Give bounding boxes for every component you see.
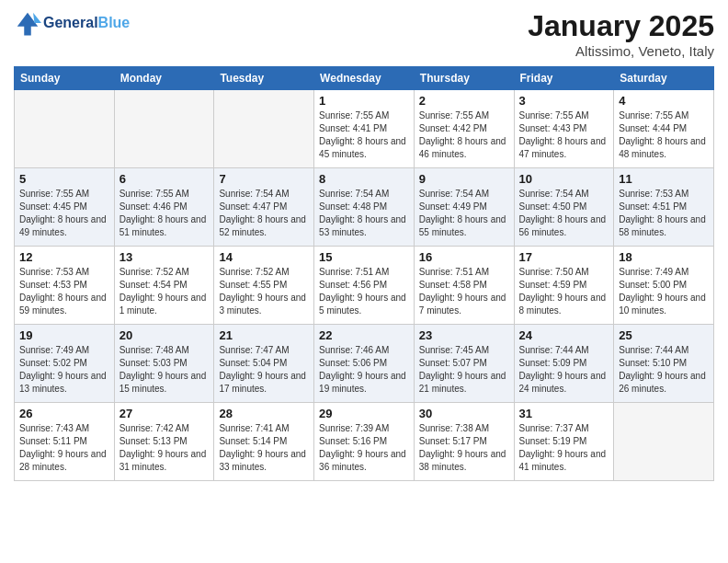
calendar-day-cell: 3Sunrise: 7:55 AM Sunset: 4:43 PM Daylig… bbox=[514, 90, 614, 168]
calendar-day-cell: 4Sunrise: 7:55 AM Sunset: 4:44 PM Daylig… bbox=[614, 90, 714, 168]
day-number: 18 bbox=[619, 250, 709, 264]
calendar-day-cell: 30Sunrise: 7:38 AM Sunset: 5:17 PM Dayli… bbox=[414, 403, 514, 481]
calendar-day-cell bbox=[614, 403, 714, 481]
calendar-day-cell: 16Sunrise: 7:51 AM Sunset: 4:58 PM Dayli… bbox=[414, 247, 514, 325]
calendar-day-cell: 29Sunrise: 7:39 AM Sunset: 5:16 PM Dayli… bbox=[314, 403, 415, 481]
page-container: GeneralBlue January 2025 Altissimo, Vene… bbox=[0, 0, 728, 563]
day-info: Sunrise: 7:37 AM Sunset: 5:19 PM Dayligh… bbox=[519, 422, 609, 474]
calendar-day-cell: 28Sunrise: 7:41 AM Sunset: 5:14 PM Dayli… bbox=[214, 403, 314, 481]
calendar-day-cell: 2Sunrise: 7:55 AM Sunset: 4:42 PM Daylig… bbox=[414, 90, 514, 168]
day-number: 22 bbox=[319, 328, 409, 342]
day-number: 30 bbox=[419, 407, 509, 420]
day-number: 7 bbox=[219, 172, 309, 186]
calendar-table: Sunday Monday Tuesday Wednesday Thursday… bbox=[14, 66, 714, 481]
calendar-day-cell: 22Sunrise: 7:46 AM Sunset: 5:06 PM Dayli… bbox=[314, 325, 415, 403]
header-monday: Monday bbox=[114, 67, 214, 90]
day-number: 8 bbox=[319, 172, 409, 186]
calendar-day-cell: 7Sunrise: 7:54 AM Sunset: 4:47 PM Daylig… bbox=[214, 168, 314, 247]
day-number: 23 bbox=[419, 328, 509, 342]
calendar-day-cell: 1Sunrise: 7:55 AM Sunset: 4:41 PM Daylig… bbox=[314, 90, 415, 168]
header-thursday: Thursday bbox=[414, 67, 514, 90]
calendar-day-cell: 14Sunrise: 7:52 AM Sunset: 4:55 PM Dayli… bbox=[214, 247, 314, 325]
day-number: 13 bbox=[119, 250, 210, 264]
day-info: Sunrise: 7:52 AM Sunset: 4:54 PM Dayligh… bbox=[119, 266, 210, 317]
header-wednesday: Wednesday bbox=[314, 67, 415, 90]
day-info: Sunrise: 7:41 AM Sunset: 5:14 PM Dayligh… bbox=[219, 422, 309, 474]
day-info: Sunrise: 7:52 AM Sunset: 4:55 PM Dayligh… bbox=[219, 266, 309, 317]
day-number: 3 bbox=[519, 94, 609, 108]
day-number: 26 bbox=[19, 407, 109, 420]
calendar-day-cell: 6Sunrise: 7:55 AM Sunset: 4:46 PM Daylig… bbox=[114, 168, 214, 247]
header-friday: Friday bbox=[514, 67, 614, 90]
day-info: Sunrise: 7:44 AM Sunset: 5:09 PM Dayligh… bbox=[519, 344, 609, 396]
day-number: 25 bbox=[619, 328, 709, 342]
calendar-day-cell: 27Sunrise: 7:42 AM Sunset: 5:13 PM Dayli… bbox=[114, 403, 214, 481]
day-number: 12 bbox=[19, 250, 109, 264]
month-title: January 2025 bbox=[528, 9, 714, 43]
day-info: Sunrise: 7:49 AM Sunset: 5:02 PM Dayligh… bbox=[19, 344, 109, 396]
day-number: 21 bbox=[219, 328, 309, 342]
day-info: Sunrise: 7:48 AM Sunset: 5:03 PM Dayligh… bbox=[119, 344, 210, 396]
day-number: 5 bbox=[19, 172, 109, 186]
day-number: 6 bbox=[119, 172, 210, 186]
day-info: Sunrise: 7:46 AM Sunset: 5:06 PM Dayligh… bbox=[319, 344, 409, 396]
day-number: 2 bbox=[419, 94, 509, 108]
day-info: Sunrise: 7:53 AM Sunset: 4:53 PM Dayligh… bbox=[19, 266, 109, 317]
day-info: Sunrise: 7:55 AM Sunset: 4:42 PM Dayligh… bbox=[419, 109, 509, 161]
calendar-day-cell: 12Sunrise: 7:53 AM Sunset: 4:53 PM Dayli… bbox=[15, 247, 115, 325]
calendar-day-cell bbox=[214, 90, 314, 168]
calendar-week-row: 1Sunrise: 7:55 AM Sunset: 4:41 PM Daylig… bbox=[15, 90, 714, 168]
logo-icon bbox=[14, 9, 41, 37]
calendar-day-cell: 5Sunrise: 7:55 AM Sunset: 4:45 PM Daylig… bbox=[15, 168, 115, 247]
title-section: January 2025 Altissimo, Veneto, Italy bbox=[528, 9, 714, 59]
logo: GeneralBlue bbox=[14, 9, 130, 37]
day-info: Sunrise: 7:55 AM Sunset: 4:41 PM Dayligh… bbox=[319, 109, 409, 161]
svg-marker-1 bbox=[33, 13, 41, 23]
calendar-day-cell: 19Sunrise: 7:49 AM Sunset: 5:02 PM Dayli… bbox=[15, 325, 115, 403]
day-number: 9 bbox=[419, 172, 509, 186]
calendar-week-row: 26Sunrise: 7:43 AM Sunset: 5:11 PM Dayli… bbox=[15, 403, 714, 481]
day-info: Sunrise: 7:54 AM Sunset: 4:50 PM Dayligh… bbox=[519, 188, 609, 239]
calendar-day-cell: 21Sunrise: 7:47 AM Sunset: 5:04 PM Dayli… bbox=[214, 325, 314, 403]
day-info: Sunrise: 7:54 AM Sunset: 4:49 PM Dayligh… bbox=[419, 188, 509, 239]
calendar-day-cell: 25Sunrise: 7:44 AM Sunset: 5:10 PM Dayli… bbox=[614, 325, 714, 403]
calendar-day-cell: 15Sunrise: 7:51 AM Sunset: 4:56 PM Dayli… bbox=[314, 247, 415, 325]
day-info: Sunrise: 7:51 AM Sunset: 4:56 PM Dayligh… bbox=[319, 266, 409, 317]
day-info: Sunrise: 7:50 AM Sunset: 4:59 PM Dayligh… bbox=[519, 266, 609, 317]
calendar-day-cell: 17Sunrise: 7:50 AM Sunset: 4:59 PM Dayli… bbox=[514, 247, 614, 325]
day-number: 29 bbox=[319, 407, 409, 420]
day-number: 1 bbox=[319, 94, 409, 108]
day-number: 10 bbox=[519, 172, 609, 186]
calendar-day-cell: 10Sunrise: 7:54 AM Sunset: 4:50 PM Dayli… bbox=[514, 168, 614, 247]
calendar-day-cell: 8Sunrise: 7:54 AM Sunset: 4:48 PM Daylig… bbox=[314, 168, 415, 247]
calendar-day-cell bbox=[114, 90, 214, 168]
day-number: 19 bbox=[19, 328, 109, 342]
calendar-day-cell bbox=[15, 90, 115, 168]
day-info: Sunrise: 7:55 AM Sunset: 4:46 PM Dayligh… bbox=[119, 188, 210, 239]
day-number: 4 bbox=[619, 94, 709, 108]
calendar-day-cell: 31Sunrise: 7:37 AM Sunset: 5:19 PM Dayli… bbox=[514, 403, 614, 481]
day-number: 11 bbox=[619, 172, 709, 186]
calendar-day-cell: 20Sunrise: 7:48 AM Sunset: 5:03 PM Dayli… bbox=[114, 325, 214, 403]
calendar-day-cell: 26Sunrise: 7:43 AM Sunset: 5:11 PM Dayli… bbox=[15, 403, 115, 481]
header-saturday: Saturday bbox=[614, 67, 714, 90]
calendar-day-cell: 9Sunrise: 7:54 AM Sunset: 4:49 PM Daylig… bbox=[414, 168, 514, 247]
day-info: Sunrise: 7:51 AM Sunset: 4:58 PM Dayligh… bbox=[419, 266, 509, 317]
weekday-header-row: Sunday Monday Tuesday Wednesday Thursday… bbox=[15, 67, 714, 90]
day-number: 15 bbox=[319, 250, 409, 264]
calendar-day-cell: 11Sunrise: 7:53 AM Sunset: 4:51 PM Dayli… bbox=[614, 168, 714, 247]
day-number: 27 bbox=[119, 407, 210, 420]
day-info: Sunrise: 7:38 AM Sunset: 5:17 PM Dayligh… bbox=[419, 422, 509, 474]
day-number: 16 bbox=[419, 250, 509, 264]
calendar-day-cell: 23Sunrise: 7:45 AM Sunset: 5:07 PM Dayli… bbox=[414, 325, 514, 403]
day-info: Sunrise: 7:55 AM Sunset: 4:43 PM Dayligh… bbox=[519, 109, 609, 161]
logo-text-general: General bbox=[43, 15, 98, 30]
calendar-day-cell: 13Sunrise: 7:52 AM Sunset: 4:54 PM Dayli… bbox=[114, 247, 214, 325]
day-info: Sunrise: 7:54 AM Sunset: 4:48 PM Dayligh… bbox=[319, 188, 409, 239]
day-number: 31 bbox=[519, 407, 609, 420]
day-info: Sunrise: 7:55 AM Sunset: 4:45 PM Dayligh… bbox=[19, 188, 109, 239]
calendar-day-cell: 24Sunrise: 7:44 AM Sunset: 5:09 PM Dayli… bbox=[514, 325, 614, 403]
logo-text-blue: Blue bbox=[98, 15, 131, 30]
day-info: Sunrise: 7:43 AM Sunset: 5:11 PM Dayligh… bbox=[19, 422, 109, 474]
day-info: Sunrise: 7:55 AM Sunset: 4:44 PM Dayligh… bbox=[619, 109, 709, 161]
